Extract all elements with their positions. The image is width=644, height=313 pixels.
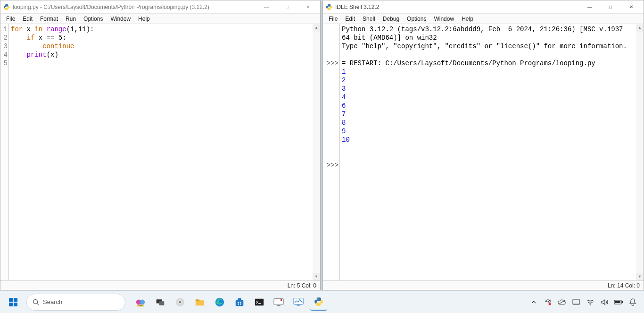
- line-number: 1: [0, 25, 8, 34]
- scroll-track[interactable]: [313, 32, 320, 273]
- svg-rect-0: [9, 298, 13, 302]
- shell-area[interactable]: >>> >>> Python 3.12.2 (tags/v3.12.2:6abd…: [323, 24, 644, 280]
- scroll-track[interactable]: [636, 32, 644, 273]
- svg-rect-22: [240, 303, 241, 305]
- scroll-up-button[interactable]: ▲: [313, 24, 320, 32]
- close-button[interactable]: ✕: [621, 0, 642, 14]
- shell-prompt: >>>: [324, 161, 339, 169]
- svg-point-14: [179, 301, 182, 304]
- cursor-position: Ln: 14 Col: 0: [608, 282, 640, 289]
- menu-options[interactable]: Options: [403, 15, 430, 23]
- edge-icon[interactable]: [211, 294, 228, 311]
- shell-output[interactable]: Python 3.12.2 (tags/v3.12.2:6abddd9, Feb…: [340, 24, 636, 280]
- menu-edit[interactable]: Edit: [341, 15, 359, 23]
- wifi-icon[interactable]: [586, 297, 595, 307]
- sync-icon[interactable]: [543, 297, 553, 307]
- terminal-icon[interactable]: [251, 294, 268, 311]
- menu-debug[interactable]: Debug: [379, 15, 403, 23]
- desktop: looping.py - C:/Users/Laysoft/Documents/…: [0, 0, 644, 313]
- search-placeholder: Search: [43, 298, 62, 305]
- taskbar-search[interactable]: Search: [26, 294, 125, 311]
- battery-icon[interactable]: [614, 297, 623, 307]
- code-text[interactable]: for x in range(1,11): if x == 5: continu…: [9, 24, 313, 280]
- menu-edit[interactable]: Edit: [19, 15, 36, 23]
- scroll-down-button[interactable]: ▼: [313, 273, 320, 280]
- svg-rect-17: [236, 300, 244, 306]
- monitor-icon[interactable]: [290, 294, 307, 311]
- shell-titlebar[interactable]: IDLE Shell 3.12.2 — □ ✕: [323, 0, 644, 14]
- kw-continue: continue: [42, 42, 74, 50]
- minimize-button[interactable]: —: [579, 0, 600, 14]
- close-button[interactable]: ✕: [297, 0, 318, 14]
- line-number: 2: [0, 34, 8, 42]
- idle-shell-window: IDLE Shell 3.12.2 — □ ✕ File Edit Shell …: [322, 0, 644, 290]
- menu-run[interactable]: Run: [62, 15, 80, 23]
- language-icon[interactable]: [571, 297, 581, 307]
- menu-options[interactable]: Options: [80, 15, 107, 23]
- shell-menubar: File Edit Shell Debug Options Window Hel…: [323, 14, 644, 24]
- microsoft-store-icon[interactable]: [231, 294, 248, 311]
- svg-rect-21: [238, 303, 239, 305]
- editor-titlebar[interactable]: looping.py - C:/Users/Laysoft/Documents/…: [0, 0, 320, 14]
- editor-title: looping.py - C:/Users/Laysoft/Documents/…: [13, 4, 256, 10]
- line-number: 3: [0, 42, 8, 51]
- copilot-icon[interactable]: PRE: [132, 294, 149, 311]
- notification-bell-icon[interactable]: [628, 297, 637, 307]
- kw-in: in: [34, 25, 42, 33]
- shell-prompt: >>>: [324, 59, 339, 68]
- menu-window[interactable]: Window: [430, 15, 458, 23]
- shell-title: IDLE Shell 3.12.2: [335, 4, 579, 10]
- shell-scrollbar[interactable]: ▲ ▼: [636, 24, 644, 280]
- svg-rect-1: [14, 298, 17, 302]
- editor-area[interactable]: 1 2 3 4 5 for x in range(1,11): if x == …: [0, 24, 320, 280]
- output-line: 8: [342, 119, 346, 127]
- line-number-gutter: 1 2 3 4 5: [0, 24, 9, 280]
- svg-point-26: [281, 299, 282, 301]
- output-line: 7: [342, 110, 346, 118]
- svg-point-7: [140, 299, 145, 305]
- volume-icon[interactable]: [600, 297, 609, 307]
- python-icon: [326, 4, 332, 10]
- menu-shell[interactable]: Shell: [359, 15, 379, 23]
- svg-rect-33: [573, 303, 579, 305]
- svg-rect-29: [297, 305, 300, 305]
- start-button[interactable]: [4, 293, 23, 312]
- svg-point-34: [590, 305, 591, 305]
- svg-rect-27: [277, 305, 280, 306]
- output-line: 6: [342, 102, 346, 110]
- task-view-icon[interactable]: [152, 294, 169, 311]
- svg-rect-15: [196, 299, 199, 301]
- kw-if: if: [27, 34, 35, 42]
- line-number: 4: [0, 51, 8, 59]
- maximize-button[interactable]: □: [600, 0, 621, 14]
- tray-chevron-icon[interactable]: [529, 297, 538, 307]
- scroll-up-button[interactable]: ▲: [636, 24, 644, 32]
- scroll-down-button[interactable]: ▼: [636, 273, 644, 280]
- menu-file[interactable]: File: [2, 15, 19, 23]
- screen-recorder-icon[interactable]: [271, 294, 288, 311]
- taskbar-pinned-apps: PRE: [132, 294, 327, 311]
- idle-app-icon[interactable]: [310, 294, 327, 311]
- menu-file[interactable]: File: [325, 15, 341, 23]
- chrome-icon[interactable]: [172, 294, 189, 311]
- editor-menubar: File Edit Format Run Options Window Help: [0, 14, 320, 24]
- svg-rect-37: [615, 301, 620, 303]
- menu-format[interactable]: Format: [36, 15, 62, 23]
- menu-help[interactable]: Help: [458, 15, 477, 23]
- svg-rect-11: [159, 301, 165, 305]
- menu-help[interactable]: Help: [134, 15, 154, 23]
- svg-point-30: [549, 303, 551, 305]
- python-help-line: Type "help", "copyright", "credits" or "…: [342, 42, 627, 50]
- onedrive-icon[interactable]: [557, 297, 567, 307]
- menu-window[interactable]: Window: [107, 15, 134, 23]
- maximize-button[interactable]: □: [277, 0, 297, 14]
- kw-for: for: [11, 25, 23, 33]
- editor-statusbar: Ln: 5 Col: 0: [0, 280, 320, 290]
- file-explorer-icon[interactable]: [191, 294, 208, 311]
- svg-rect-19: [238, 302, 239, 303]
- editor-scrollbar[interactable]: ▲ ▼: [313, 24, 320, 280]
- minimize-button[interactable]: —: [256, 0, 277, 14]
- shell-window-controls: — □ ✕: [579, 0, 642, 14]
- shell-statusbar: Ln: 14 Col: 0: [323, 280, 644, 290]
- svg-rect-18: [238, 298, 241, 300]
